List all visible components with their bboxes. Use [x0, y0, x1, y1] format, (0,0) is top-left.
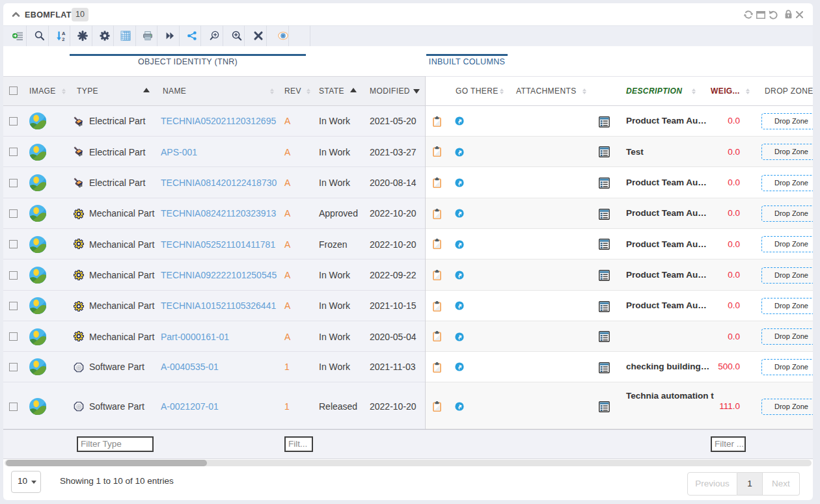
svg-text:2: 2 [62, 36, 64, 42]
